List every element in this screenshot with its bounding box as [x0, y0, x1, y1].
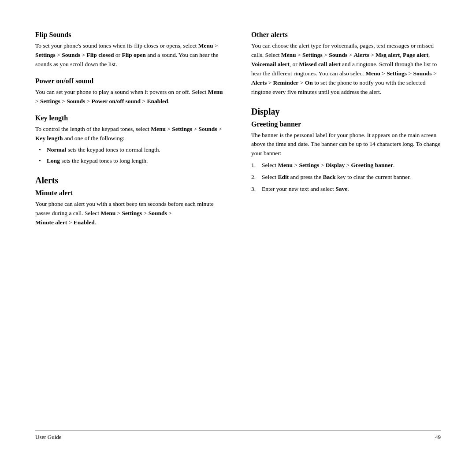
greeting-banner-intro: The banner is the personal label for you… [251, 131, 441, 159]
greeting-banner-steps: 1. Select Menu > Settings > Display > Gr… [251, 161, 441, 194]
other-alerts-heading: Other alerts [251, 31, 441, 39]
key-length-list: Normal sets the keypad tones to normal l… [42, 145, 225, 166]
footer: User Guide 49 [35, 431, 441, 441]
other-alerts-body: You can choose the alert type for voicem… [251, 41, 441, 97]
flip-sounds-body: To set your phone's sound tones when its… [35, 41, 225, 69]
minute-alert-heading: Minute alert [35, 189, 225, 197]
footer-right: 49 [435, 434, 441, 441]
alerts-heading: Alerts [35, 175, 225, 186]
display-heading: Display [251, 107, 441, 117]
page-container: Flip Sounds To set your phone's sound to… [0, 0, 476, 476]
minute-alert-body: Your phone can alert you with a short be… [35, 200, 225, 227]
content-columns: Flip Sounds To set your phone's sound to… [35, 31, 441, 230]
greeting-banner-step-3: 3. Enter your new text and select Save. [251, 185, 441, 194]
key-length-body: To control the length of the keypad tone… [35, 125, 225, 143]
key-length-item-long: Long sets the keypad tones to long lengt… [42, 156, 225, 166]
greeting-banner-step-2: 2. Select Edit and press the Back key to… [251, 173, 441, 182]
flip-sounds-heading: Flip Sounds [35, 31, 225, 39]
key-length-heading: Key length [35, 114, 225, 122]
right-column: Other alerts You can choose the alert ty… [247, 31, 441, 230]
power-sound-heading: Power on/off sound [35, 77, 225, 85]
power-sound-body: You can set your phone to play a sound w… [35, 88, 225, 106]
key-length-item-normal: Normal sets the keypad tones to normal l… [42, 145, 225, 155]
left-column: Flip Sounds To set your phone's sound to… [35, 31, 229, 230]
footer-left: User Guide [35, 434, 62, 441]
greeting-banner-heading: Greeting banner [251, 120, 441, 128]
greeting-banner-step-1: 1. Select Menu > Settings > Display > Gr… [251, 161, 441, 170]
